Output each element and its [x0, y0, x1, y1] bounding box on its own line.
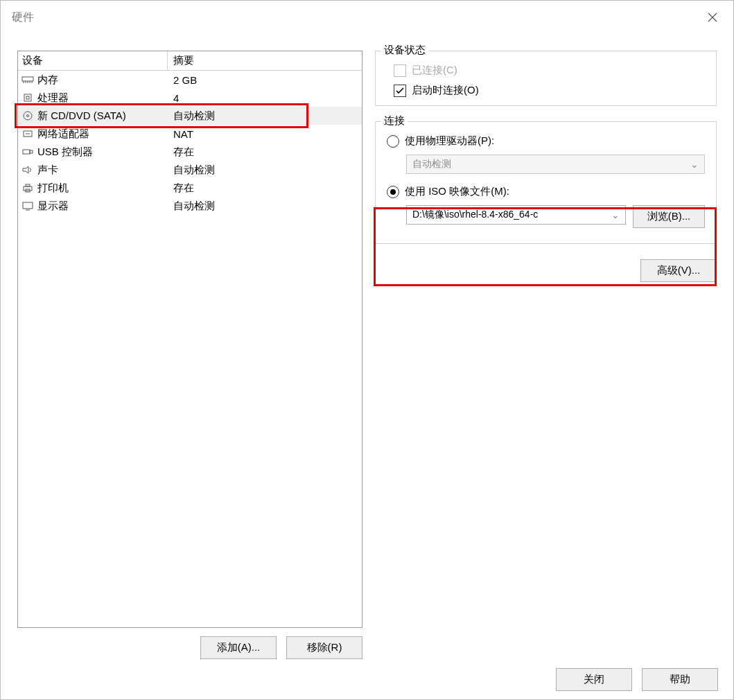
svg-marker-16 [23, 166, 28, 173]
device-row[interactable]: 打印机存在 [18, 179, 362, 197]
device-name: 声卡 [37, 164, 58, 177]
svg-rect-18 [26, 184, 30, 186]
device-summary: NAT [168, 128, 362, 140]
iso-path-combo[interactable]: D:\镜像\iso\rhel-8.4-x86_64-c ⌄ [406, 205, 626, 225]
device-row[interactable]: 新 CD/DVD (SATA)自动检测 [18, 107, 362, 125]
device-row[interactable]: 内存2 GB [18, 71, 362, 89]
chevron-down-icon: ⌄ [611, 209, 620, 220]
device-summary: 自动检测 [168, 164, 362, 177]
dialog-footer: 关闭 帮助 [1, 659, 733, 699]
connect-at-poweron-label: 启动时连接(O) [412, 84, 479, 97]
device-row[interactable]: 声卡自动检测 [18, 161, 362, 179]
device-summary: 自动检测 [168, 110, 362, 123]
device-name: 内存 [37, 73, 58, 87]
device-name: 网络适配器 [37, 128, 89, 141]
chevron-down-icon: ⌄ [690, 159, 699, 170]
window-close-button[interactable] [692, 1, 733, 34]
advanced-button[interactable]: 高级(V)... [640, 259, 717, 282]
svg-rect-17 [24, 186, 32, 191]
use-iso-row: 使用 ISO 映像文件(M): [387, 185, 705, 198]
device-name: USB 控制器 [37, 146, 93, 159]
device-row[interactable]: 显示器自动检测 [18, 197, 362, 215]
svg-point-11 [27, 115, 29, 117]
connect-at-poweron-row: 启动时连接(O) [394, 84, 705, 97]
titlebar: 硬件 [1, 1, 733, 34]
device-name: 打印机 [37, 182, 69, 195]
close-icon [708, 12, 717, 22]
use-physical-label: 使用物理驱动器(P): [405, 134, 494, 148]
physical-drive-value: 自动检测 [412, 158, 451, 170]
svg-rect-2 [22, 77, 33, 81]
device-list-buttons: 添加(A)... 移除(R) [17, 628, 362, 659]
device-summary: 2 GB [168, 74, 362, 86]
svg-rect-9 [26, 96, 29, 99]
use-iso-radio[interactable] [387, 186, 399, 198]
device-summary: 存在 [168, 182, 362, 195]
connection-group: 连接 使用物理驱动器(P): 自动检测 ⌄ 使用 ISO 映像文件(M): [375, 121, 717, 244]
svg-rect-20 [23, 202, 33, 209]
device-summary: 自动检测 [168, 200, 362, 213]
disc-icon [21, 110, 35, 122]
check-icon [396, 87, 404, 94]
device-status-legend: 设备状态 [381, 44, 428, 57]
device-name: 处理器 [37, 91, 69, 105]
connected-label: 已连接(C) [412, 64, 457, 77]
device-status-group: 设备状态 已连接(C) 启动时连接(O) [375, 51, 717, 106]
left-column: 设备 摘要 内存2 GB处理器4新 CD/DVD (SATA)自动检测网络适配器… [17, 51, 362, 659]
iso-path-value: D:\镜像\iso\rhel-8.4-x86_64-c [412, 209, 538, 221]
advanced-row: 高级(V)... [375, 259, 717, 282]
device-summary: 4 [168, 92, 362, 104]
svg-rect-15 [30, 150, 33, 153]
connected-checkbox-row: 已连接(C) [394, 64, 705, 77]
remove-button[interactable]: 移除(R) [286, 636, 362, 659]
svg-rect-8 [24, 94, 31, 101]
hardware-dialog: 硬件 设备 摘要 内存2 GB处理器4新 CD/DVD (SATA)自动检测网络… [0, 0, 734, 700]
window-title: 硬件 [12, 10, 34, 25]
connected-checkbox [394, 64, 406, 77]
device-list-header: 设备 摘要 [18, 51, 362, 71]
device-summary: 存在 [168, 146, 362, 159]
browse-button[interactable]: 浏览(B)... [633, 205, 705, 228]
use-iso-label: 使用 ISO 映像文件(M): [405, 185, 509, 198]
device-name: 新 CD/DVD (SATA) [37, 110, 126, 123]
device-row[interactable]: USB 控制器存在 [18, 143, 362, 161]
display-icon [21, 200, 35, 212]
device-row[interactable]: 网络适配器NAT [18, 125, 362, 143]
right-column: 设备状态 已连接(C) 启动时连接(O) 连接 使用物理驱动器(P): [375, 51, 717, 659]
net-icon [21, 128, 35, 140]
memory-icon [21, 73, 35, 86]
col-header-device[interactable]: 设备 [18, 51, 168, 70]
printer-icon [21, 182, 35, 194]
use-physical-row: 使用物理驱动器(P): [387, 134, 705, 148]
cpu-icon [21, 91, 35, 104]
connection-legend: 连接 [381, 114, 408, 128]
help-button[interactable]: 帮助 [642, 668, 718, 691]
device-list[interactable]: 设备 摘要 内存2 GB处理器4新 CD/DVD (SATA)自动检测网络适配器… [17, 51, 362, 628]
usb-icon [21, 146, 35, 158]
content-area: 设备 摘要 内存2 GB处理器4新 CD/DVD (SATA)自动检测网络适配器… [1, 34, 733, 659]
svg-rect-14 [23, 150, 30, 154]
device-name: 显示器 [37, 200, 69, 213]
iso-path-row: D:\镜像\iso\rhel-8.4-x86_64-c ⌄ 浏览(B)... [406, 205, 705, 228]
sound-icon [21, 164, 35, 176]
device-row[interactable]: 处理器4 [18, 89, 362, 107]
svg-point-10 [24, 112, 32, 120]
add-button[interactable]: 添加(A)... [200, 636, 277, 659]
col-header-summary[interactable]: 摘要 [168, 51, 362, 70]
close-button[interactable]: 关闭 [556, 668, 632, 691]
use-physical-radio[interactable] [387, 135, 399, 148]
physical-drive-combo: 自动检测 ⌄ [406, 155, 705, 174]
connect-at-poweron-checkbox[interactable] [394, 85, 406, 97]
